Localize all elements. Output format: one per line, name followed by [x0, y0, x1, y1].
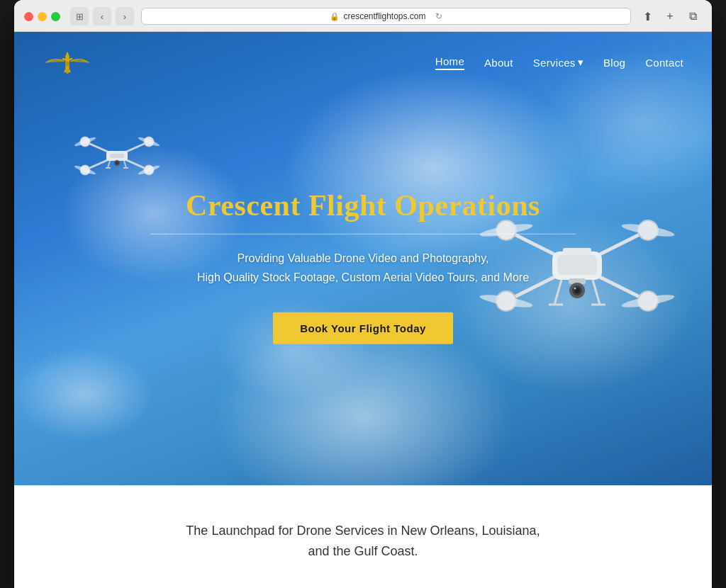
tagline-text: The Launchpad for Drone Services in New …	[186, 521, 540, 562]
hero-divider	[150, 234, 576, 234]
nav-contact[interactable]: Contact	[645, 57, 683, 69]
nav-about[interactable]: About	[484, 57, 513, 69]
nav-blog[interactable]: Blog	[603, 57, 625, 69]
website-content: Home About Services ▾ Blog Contact	[14, 32, 712, 588]
back-button[interactable]: ‹	[93, 7, 111, 26]
navbar: Home About Services ▾ Blog Contact	[14, 32, 712, 93]
new-tab-button[interactable]: +	[661, 7, 679, 26]
browser-window: ⊞ ‹ › 🔒 crescentflightops.com ↻ ⬆ + ⧉	[14, 0, 712, 588]
browser-toolbar: ⊞ ‹ ›	[70, 7, 134, 26]
sidebar-toggle-button[interactable]: ⊞	[70, 7, 89, 26]
url-text: crescentflightops.com	[343, 11, 425, 21]
address-bar[interactable]: 🔒 crescentflightops.com ↻	[141, 8, 631, 25]
browser-actions: ⬆ + ⧉	[638, 7, 702, 26]
hero-content: Crescent Flight Operations Providing Val…	[150, 188, 576, 344]
hero-title: Crescent Flight Operations	[150, 188, 576, 222]
svg-point-0	[65, 62, 69, 67]
bottom-section: The Launchpad for Drone Services in New …	[14, 485, 712, 588]
drone-small-image	[71, 124, 163, 191]
reload-icon[interactable]: ↻	[435, 11, 442, 21]
hero-section: Home About Services ▾ Blog Contact	[14, 32, 712, 485]
forward-button[interactable]: ›	[116, 7, 134, 26]
svg-line-15	[108, 161, 110, 168]
svg-line-37	[593, 280, 600, 305]
lock-icon: 🔒	[330, 12, 340, 21]
svg-point-20	[116, 162, 119, 165]
svg-rect-14	[110, 154, 124, 158]
tabs-button[interactable]: ⧉	[683, 7, 702, 26]
traffic-lights	[24, 12, 60, 21]
svg-line-16	[124, 161, 126, 168]
chevron-down-icon: ▾	[578, 56, 583, 69]
nav-home[interactable]: Home	[435, 55, 464, 70]
nav-links: Home About Services ▾ Blog Contact	[435, 55, 683, 70]
book-flight-button[interactable]: Book Your Flight Today	[273, 312, 453, 344]
maximize-button[interactable]	[51, 12, 60, 21]
share-button[interactable]: ⬆	[638, 7, 657, 26]
hero-subtitle: Providing Valuable Drone Video and Photo…	[150, 249, 576, 287]
logo[interactable]	[43, 45, 92, 80]
browser-chrome: ⊞ ‹ › 🔒 crescentflightops.com ↻ ⬆ + ⧉	[14, 0, 712, 32]
minimize-button[interactable]	[38, 12, 47, 21]
close-button[interactable]	[24, 12, 33, 21]
nav-services[interactable]: Services ▾	[533, 56, 583, 69]
